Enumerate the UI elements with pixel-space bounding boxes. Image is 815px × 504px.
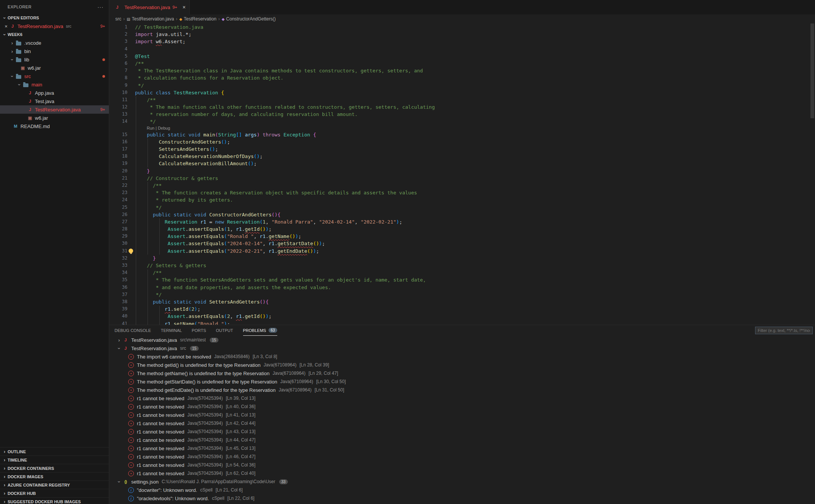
problem-row[interactable]: ×r1 cannot be resolvedJava(570425394)[Ln… xyxy=(109,469,815,477)
code-line-2[interactable]: 2import java.util.*; xyxy=(109,31,815,38)
section-azure-container-registry[interactable]: ›AZURE CONTAINER REGISTRY xyxy=(0,481,109,489)
section-timeline[interactable]: ›TIMELINE xyxy=(0,455,109,464)
code-line-14[interactable]: 14 */ xyxy=(109,118,815,125)
code-line-24[interactable]: 24 * returned by its getters. xyxy=(109,196,815,203)
section-suggested-docker-hub-images[interactable]: ›SUGGESTED DOCKER HUB IMAGES xyxy=(0,497,109,504)
problem-group-testreservation-java-src-main-test[interactable]: ›JTestReservation.javasrc\main\test15 xyxy=(109,336,815,344)
panel-tab-terminal[interactable]: TERMINAL xyxy=(161,325,182,336)
section-outline[interactable]: ›OUTLINE xyxy=(0,447,109,455)
tree-item-vscode[interactable]: ›.vscode xyxy=(0,39,109,47)
close-editor-icon[interactable]: × xyxy=(3,23,9,29)
problem-row[interactable]: ×The method getName() is undefined for t… xyxy=(109,369,815,377)
problem-row[interactable]: ×r1 cannot be resolvedJava(570425394)[Ln… xyxy=(109,402,815,411)
code-line-26[interactable]: 26 public static void ConstructorAndGett… xyxy=(109,211,815,218)
code-line-9[interactable]: 9 */ xyxy=(109,82,815,89)
code-line-25[interactable]: 25 */ xyxy=(109,204,815,211)
code-line-34[interactable]: 34 /** xyxy=(109,269,815,276)
code-line-40[interactable]: 40 Assert.assertEquals(2, r1.getId()); xyxy=(109,313,815,320)
code-line-17[interactable]: 17 SettersAndGetters(); xyxy=(109,146,815,153)
problem-row[interactable]: ×r1 cannot be resolvedJava(570425394)[Ln… xyxy=(109,452,815,461)
code-line-35[interactable]: 35 * The function SettersAndGetters sets… xyxy=(109,276,815,283)
breadcrumb-src[interactable]: src xyxy=(115,16,121,22)
tree-item-lib[interactable]: ›lib xyxy=(0,55,109,64)
code-line-12[interactable]: 12 * The main function calls other funct… xyxy=(109,103,815,111)
code-line-30[interactable]: 30 Assert.assertEquals("2024-02-14", r1.… xyxy=(109,240,815,247)
code-line-22[interactable]: 22 /** xyxy=(109,182,815,189)
tree-item-app-java[interactable]: JApp.java xyxy=(0,89,109,97)
section-docker-images[interactable]: ›DOCKER IMAGES xyxy=(0,472,109,481)
more-actions-icon[interactable]: ··· xyxy=(97,4,104,10)
problem-row[interactable]: ×r1 cannot be resolvedJava(570425394)[Ln… xyxy=(109,436,815,444)
code-line-39[interactable]: 39 r1.setId(2); xyxy=(109,305,815,313)
code-line-1[interactable]: 1// TestReservation.java xyxy=(109,23,815,31)
tree-item-test-java[interactable]: JTest.java xyxy=(0,97,109,105)
code-line-13[interactable]: 13 * reservation number of days, and cal… xyxy=(109,111,815,118)
code-line-28[interactable]: 28 Assert.assertEquals(1, r1.getId()); xyxy=(109,225,815,233)
code-line-23[interactable]: 23 * The function creates a Reservation … xyxy=(109,189,815,196)
problem-row[interactable]: ×r1 cannot be resolvedJava(570425394)[Ln… xyxy=(109,394,815,402)
tree-item-readme-md[interactable]: MREADME.md xyxy=(0,122,109,130)
problem-row[interactable]: ×The method getStartDate() is undefined … xyxy=(109,377,815,386)
section-docker-containers[interactable]: ›DOCKER CONTAINERS xyxy=(0,464,109,472)
code-line-20[interactable]: 20 } xyxy=(109,167,815,175)
tree-item-src[interactable]: ›src xyxy=(0,72,109,80)
code-line-4[interactable]: 4 xyxy=(109,45,815,53)
code-line-32[interactable]: 32 } xyxy=(109,255,815,262)
breadcrumb-constructorandgetters[interactable]: ◆ConstructorAndGetters() xyxy=(222,16,276,22)
code-line-41[interactable]: 41 r1.setName("Ronald "); xyxy=(109,320,815,325)
tree-item-main[interactable]: ›main xyxy=(0,80,109,89)
tree-item-bin[interactable]: ›bin xyxy=(0,47,109,55)
problem-group-settings-json-c-users-ronald-j-parrra-appdata-roaming-code-user[interactable]: ›{}settings.jsonC:\Users\Ronald J. Parrr… xyxy=(109,477,815,486)
code-line-33[interactable]: 33 // Setters & getters xyxy=(109,262,815,269)
code-line-6[interactable]: 6/** xyxy=(109,60,815,67)
code-line-19[interactable]: 19 CalculateReservationBillAmount(); xyxy=(109,160,815,167)
code-line-3[interactable]: 3import w6.Assert; xyxy=(109,38,815,45)
problem-row[interactable]: ×The method getEndDate() is undefined fo… xyxy=(109,386,815,394)
editor-scrollbar[interactable] xyxy=(810,23,814,118)
code-line-11[interactable]: 11 /** xyxy=(109,96,815,103)
tab-testreservation-java[interactable]: J TestReservation.java 9+ × xyxy=(109,0,190,14)
code-line-8[interactable]: 8 * calculation functions for a Reservat… xyxy=(109,74,815,81)
problem-group-testreservation-java-src[interactable]: ›JTestReservation.javasrc15 xyxy=(109,344,815,352)
problem-row[interactable]: ×r1 cannot be resolvedJava(570425394)[Ln… xyxy=(109,419,815,427)
panel-tab-problems[interactable]: PROBLEMS63 xyxy=(243,325,277,336)
code-line-15[interactable]: 15 public static void main(String[] args… xyxy=(109,131,815,138)
problem-row[interactable]: ×r1 cannot be resolvedJava(570425394)[Ln… xyxy=(109,461,815,469)
tree-item-w6-jar[interactable]: ▣w6.jar xyxy=(0,64,109,72)
code-line-21[interactable]: 21 // Constructor & getters xyxy=(109,175,815,182)
problems-filter-input[interactable] xyxy=(755,327,813,334)
code-line-7[interactable]: 7 * The TestReservation class in Java co… xyxy=(109,67,815,74)
lightbulb-icon[interactable] xyxy=(129,249,133,253)
code-line-31[interactable]: 31 Assert.assertEquals("2022-02-21", r1.… xyxy=(109,247,815,255)
problem-row[interactable]: ×The method getId() is undefined for the… xyxy=(109,361,815,369)
code-editor[interactable]: 1// TestReservation.java2import java.uti… xyxy=(109,23,815,325)
breadcrumb-testreservation[interactable]: ◆TestReservation xyxy=(179,16,217,22)
code-line-5[interactable]: 5@Test xyxy=(109,53,815,60)
problem-row[interactable]: i"docwriter": Unknown word.cSpell[Ln 21,… xyxy=(109,486,815,494)
code-line-18[interactable]: 18 CalculateReservationNumberOfDays(); xyxy=(109,153,815,160)
code-line-16[interactable]: 16 ConstructorAndGetters(); xyxy=(109,138,815,146)
open-editor-item[interactable]: × J TestReservation.java src 9+ xyxy=(0,22,109,30)
breadcrumb-testreservation-java[interactable]: ▤TestReservation.java xyxy=(127,16,174,22)
codelens-run-debug[interactable]: Run | Debug xyxy=(109,125,815,131)
problem-row[interactable]: ×r1 cannot be resolvedJava(570425394)[Ln… xyxy=(109,411,815,419)
panel-tab-debug-console[interactable]: DEBUG CONSOLE xyxy=(115,325,151,336)
workspace-header[interactable]: › WEEK6 xyxy=(0,30,109,39)
problem-row[interactable]: ×r1 cannot be resolvedJava(570425394)[Ln… xyxy=(109,444,815,452)
code-line-38[interactable]: 38 public static void SettersAndGetters(… xyxy=(109,298,815,305)
problem-row[interactable]: i"oracledevtools": Unknown word.cSpell[L… xyxy=(109,494,815,502)
panel-tab-output[interactable]: OUTPUT xyxy=(216,325,233,336)
tree-item-testreservation-java[interactable]: JTestReservation.java9+ xyxy=(0,105,109,114)
code-line-36[interactable]: 36 * and end date properties, and assert… xyxy=(109,284,815,291)
code-line-29[interactable]: 29 Assert.assertEquals("Ronald ", r1.get… xyxy=(109,233,815,240)
problem-row[interactable]: ×The import w6 cannot be resolvedJava(26… xyxy=(109,352,815,361)
open-editors-header[interactable]: › OPEN EDITORS xyxy=(0,14,109,22)
code-line-27[interactable]: 27 Reservation r1 = new Reservation(1, "… xyxy=(109,218,815,225)
code-line-10[interactable]: 10public class TestReservation { xyxy=(109,89,815,96)
tree-item-w6-jar[interactable]: ▣w6.jar xyxy=(0,114,109,122)
section-docker-hub[interactable]: ›DOCKER HUB xyxy=(0,489,109,497)
problem-row[interactable]: ×r1 cannot be resolvedJava(570425394)[Ln… xyxy=(109,427,815,436)
code-line-37[interactable]: 37 */ xyxy=(109,291,815,298)
close-tab-icon[interactable]: × xyxy=(182,4,185,10)
panel-tab-ports[interactable]: PORTS xyxy=(192,325,206,336)
